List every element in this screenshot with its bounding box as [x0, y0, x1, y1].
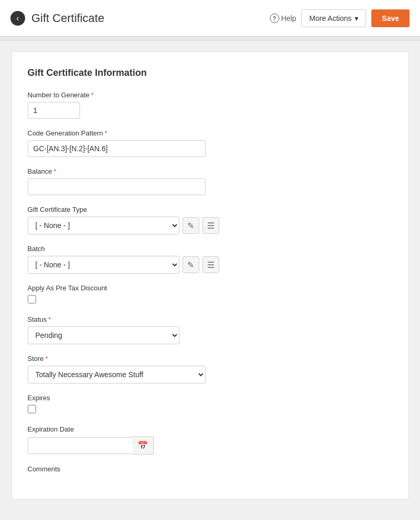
batch-label: Batch [28, 245, 393, 253]
number-to-generate-label: Number to Generate* [28, 91, 393, 99]
required-star: * [53, 167, 56, 175]
balance-group: Balance* [28, 167, 393, 195]
header: ‹ Gift Certificate ? Help More Actions ▾… [0, 0, 420, 37]
balance-input[interactable] [28, 178, 206, 195]
gift-certificate-type-label: Gift Certificate Type [28, 206, 393, 213]
main-content: Gift Certificate Information Number to G… [0, 41, 420, 510]
page-title: Gift Certificate [31, 12, 104, 25]
apply-pre-tax-label: Apply As Pre Tax Discount [28, 284, 393, 292]
chevron-down-icon: ▾ [355, 14, 358, 22]
batch-group: Batch [ - None - ] ✎ ☰ [28, 245, 393, 274]
list-icon: ☰ [207, 221, 214, 231]
gift-certificate-type-select[interactable]: [ - None - ] [28, 217, 179, 234]
gift-certificate-type-list-button[interactable]: ☰ [202, 217, 219, 234]
status-label: Status* [28, 315, 393, 323]
expiration-date-label: Expiration Date [28, 425, 393, 433]
batch-list-button[interactable]: ☰ [202, 256, 219, 273]
help-label: Help [281, 14, 297, 22]
gift-certificate-type-row: [ - None - ] ✎ ☰ [28, 217, 393, 234]
edit-icon: ✎ [187, 260, 194, 270]
form-card: Gift Certificate Information Number to G… [12, 51, 409, 500]
apply-pre-tax-checkbox[interactable] [28, 295, 36, 303]
back-button[interactable]: ‹ [10, 11, 25, 26]
comments-group: Comments [28, 465, 393, 473]
save-button[interactable]: Save [371, 9, 410, 27]
code-generation-pattern-label: Code Generation Pattern* [28, 129, 393, 137]
gift-certificate-type-group: Gift Certificate Type [ - None - ] ✎ ☰ [28, 206, 393, 234]
header-divider [0, 37, 420, 41]
calendar-icon: 📅 [138, 440, 148, 450]
batch-select[interactable]: [ - None - ] [28, 256, 179, 274]
help-link[interactable]: ? Help [270, 14, 297, 23]
store-select[interactable]: Totally Necessary Awesome Stuff [28, 366, 206, 383]
header-right: ? Help More Actions ▾ Save [270, 9, 410, 27]
required-star: * [46, 355, 48, 363]
header-left: ‹ Gift Certificate [10, 11, 104, 26]
expires-checkbox[interactable] [28, 405, 36, 413]
status-select[interactable]: Pending Active Inactive [28, 326, 179, 344]
store-label: Store* [28, 355, 393, 363]
apply-pre-tax-group: Apply As Pre Tax Discount [28, 284, 393, 305]
edit-icon: ✎ [187, 221, 194, 231]
gift-certificate-type-edit-button[interactable]: ✎ [183, 217, 199, 234]
more-actions-label: More Actions [309, 14, 351, 22]
list-icon: ☰ [207, 260, 214, 270]
calendar-button[interactable]: 📅 [132, 436, 154, 455]
form-section-title: Gift Certificate Information [28, 67, 393, 78]
help-icon: ? [270, 14, 279, 23]
required-star: * [105, 129, 107, 137]
expiration-date-group: Expiration Date 📅 [28, 425, 393, 455]
code-generation-pattern-input[interactable] [28, 140, 206, 157]
balance-label: Balance* [28, 167, 393, 175]
expires-label: Expires [28, 394, 393, 402]
expires-group: Expires [28, 394, 393, 415]
expiration-date-input[interactable] [28, 437, 132, 454]
required-star: * [91, 91, 94, 99]
store-group: Store* Totally Necessary Awesome Stuff [28, 355, 393, 383]
status-group: Status* Pending Active Inactive [28, 315, 393, 344]
code-generation-pattern-group: Code Generation Pattern* [28, 129, 393, 157]
number-to-generate-input[interactable] [28, 102, 80, 119]
number-to-generate-group: Number to Generate* [28, 91, 393, 119]
batch-edit-button[interactable]: ✎ [183, 256, 199, 273]
expiration-date-row: 📅 [28, 436, 393, 455]
batch-row: [ - None - ] ✎ ☰ [28, 256, 393, 274]
required-star: * [48, 315, 51, 323]
more-actions-button[interactable]: More Actions ▾ [301, 9, 366, 27]
comments-label: Comments [28, 465, 393, 473]
